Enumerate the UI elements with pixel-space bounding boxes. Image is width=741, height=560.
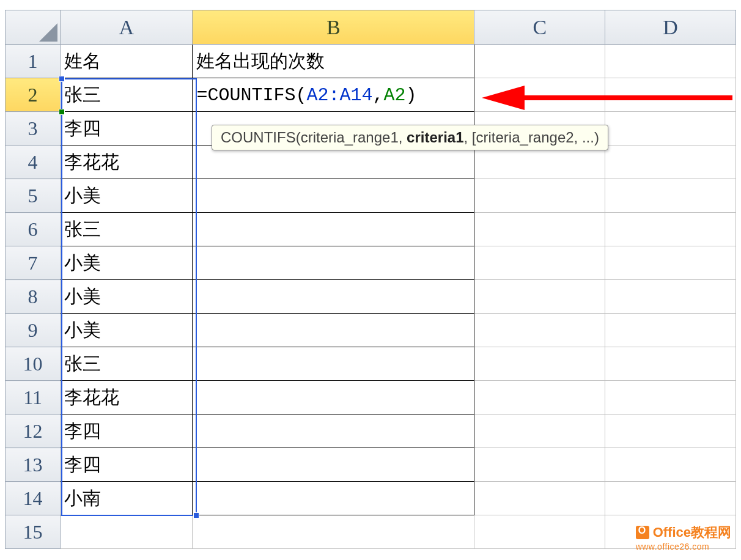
cell-B2-formula[interactable]: =COUNTIFS(A2:A14,A2) <box>193 78 474 112</box>
cell-B6[interactable] <box>193 213 474 246</box>
row-header-7[interactable]: 7 <box>6 246 61 280</box>
cell-A13[interactable]: 李四 <box>61 448 193 482</box>
watermark-url: www.office26.com <box>636 542 731 551</box>
cell-A3[interactable]: 李四 <box>61 112 193 146</box>
cell-B5[interactable] <box>193 179 474 213</box>
row-header-10[interactable]: 10 <box>6 347 61 381</box>
row-header-4[interactable]: 4 <box>6 146 61 179</box>
cell-A9[interactable]: 小美 <box>61 314 193 347</box>
cell-C15[interactable] <box>474 515 605 549</box>
cell-C6[interactable] <box>474 213 605 246</box>
cell-D1[interactable] <box>605 45 736 78</box>
cell-C5[interactable] <box>474 179 605 213</box>
row-header-6[interactable]: 6 <box>6 213 61 246</box>
cell-D10[interactable] <box>605 347 736 381</box>
watermark-title: Office教程网 <box>653 523 731 542</box>
cell-B11[interactable] <box>193 381 474 414</box>
cell-B10[interactable] <box>193 347 474 381</box>
row-header-12[interactable]: 12 <box>6 414 61 448</box>
cell-D6[interactable] <box>605 213 736 246</box>
cell-D9[interactable] <box>605 314 736 347</box>
cell-D12[interactable] <box>605 414 736 448</box>
cell-C12[interactable] <box>474 414 605 448</box>
cell-B9[interactable] <box>193 314 474 347</box>
watermark: Office教程网 www.office26.com <box>636 523 731 551</box>
formula-editor[interactable]: =COUNTIFS(A2:A14,A2) <box>196 85 416 106</box>
cell-D13[interactable] <box>605 448 736 482</box>
cell-A7[interactable]: 小美 <box>61 246 193 280</box>
col-header-D[interactable]: D <box>605 10 736 45</box>
select-all-corner[interactable] <box>6 10 61 45</box>
row-header-1[interactable]: 1 <box>6 45 61 78</box>
row-header-13[interactable]: 13 <box>6 448 61 482</box>
cell-D7[interactable] <box>605 246 736 280</box>
cell-A10[interactable]: 张三 <box>61 347 193 381</box>
cell-C13[interactable] <box>474 448 605 482</box>
cell-C9[interactable] <box>474 314 605 347</box>
formula-tooltip: COUNTIFS(criteria_range1, criteria1, [cr… <box>212 125 608 150</box>
row-header-8[interactable]: 8 <box>6 280 61 314</box>
cell-D11[interactable] <box>605 381 736 414</box>
cell-B15[interactable] <box>193 515 474 549</box>
cell-A4[interactable]: 李花花 <box>61 146 193 179</box>
row-header-5[interactable]: 5 <box>6 179 61 213</box>
row-header-3[interactable]: 3 <box>6 112 61 146</box>
cell-D2[interactable] <box>605 78 736 112</box>
cell-A11[interactable]: 李花花 <box>61 381 193 414</box>
office-logo-icon <box>636 526 649 539</box>
cell-A6[interactable]: 张三 <box>61 213 193 246</box>
spreadsheet-grid[interactable]: A B C D 1 姓名 姓名出现的次数 2 张三 =COUNTIFS(A2:A… <box>5 10 736 560</box>
column-header-row: A B C D <box>6 10 736 45</box>
cell-C1[interactable] <box>474 45 605 78</box>
cell-C10[interactable] <box>474 347 605 381</box>
row-header-2[interactable]: 2 <box>6 78 61 112</box>
cell-C8[interactable] <box>474 280 605 314</box>
cell-A12[interactable]: 李四 <box>61 414 193 448</box>
col-header-A[interactable]: A <box>61 10 193 45</box>
cell-C11[interactable] <box>474 381 605 414</box>
arrow-annotation-shaft <box>525 95 732 100</box>
cell-D3[interactable] <box>605 112 736 146</box>
cell-B1[interactable]: 姓名出现的次数 <box>193 45 474 78</box>
row-header-9[interactable]: 9 <box>6 314 61 347</box>
col-header-B[interactable]: B <box>193 10 474 45</box>
cell-A8[interactable]: 小美 <box>61 280 193 314</box>
range-handle-a2-ref <box>59 109 65 115</box>
row-header-11[interactable]: 11 <box>6 381 61 414</box>
cell-B7[interactable] <box>193 246 474 280</box>
cell-B12[interactable] <box>193 414 474 448</box>
cell-B13[interactable] <box>193 448 474 482</box>
arrow-annotation-head <box>482 86 525 110</box>
cell-A5[interactable]: 小美 <box>61 179 193 213</box>
cell-A1[interactable]: 姓名 <box>61 45 193 78</box>
cell-A2[interactable]: 张三 <box>61 78 193 112</box>
cell-B14[interactable] <box>193 482 474 515</box>
col-header-C[interactable]: C <box>474 10 605 45</box>
cell-D14[interactable] <box>605 482 736 515</box>
cell-B8[interactable] <box>193 280 474 314</box>
cell-C14[interactable] <box>474 482 605 515</box>
row-header-14[interactable]: 14 <box>6 482 61 515</box>
row-header-15[interactable]: 15 <box>6 515 61 549</box>
cell-C7[interactable] <box>474 246 605 280</box>
cell-D5[interactable] <box>605 179 736 213</box>
cell-D8[interactable] <box>605 280 736 314</box>
cell-A15[interactable] <box>61 515 193 549</box>
cell-D4[interactable] <box>605 146 736 179</box>
cell-A14[interactable]: 小南 <box>61 482 193 515</box>
